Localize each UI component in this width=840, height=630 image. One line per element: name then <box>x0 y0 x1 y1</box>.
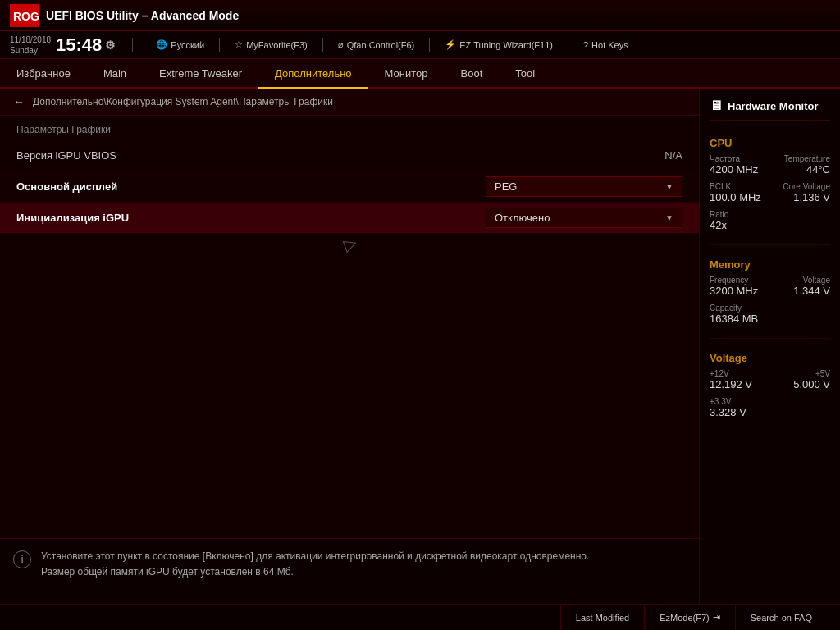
mem-capacity-label: Capacity <box>710 304 758 313</box>
volt-5v-value: 5.000 V <box>793 378 830 390</box>
volt-12v-label: +12V <box>710 369 752 378</box>
cpu-freq-value: 4200 MHz <box>710 163 758 176</box>
mem-freq-label: Frequency <box>710 276 758 285</box>
ez-mode-button[interactable]: EzMode(F7) ⇥ <box>644 605 735 631</box>
volt-12v-value: 12.192 V <box>710 378 752 390</box>
breadcrumb-path: Дополнительно\Конфигурация System Agent\… <box>33 96 333 107</box>
primary-display-dropdown[interactable]: PEG ▼ <box>486 176 682 197</box>
content-area: ← Дополнительно\Конфигурация System Agen… <box>0 89 699 604</box>
eztuning-tool[interactable]: ⚡ EZ Tuning Wizard(F11) <box>445 39 553 50</box>
settings-list: Параметры Графики Версия iGPU VBIOS N/A … <box>0 116 699 538</box>
timebar-date: 11/18/2018 Sunday <box>10 34 51 56</box>
cpu-bclk-label: BCLK <box>710 182 761 191</box>
nav-item-main[interactable]: Main <box>87 59 143 89</box>
cpu-ratio-label: Ratio <box>710 210 728 219</box>
cpu-corevolt-label: Core Voltage <box>783 182 830 191</box>
mem-voltage-value: 1.344 V <box>793 285 830 297</box>
myfavorite-tool[interactable]: ☆ MyFavorite(F3) <box>235 39 308 50</box>
igpu-vbios-value: N/A <box>584 149 682 162</box>
nav-item-favorites[interactable]: Избранное <box>0 59 87 89</box>
sidebar-title: 🖥 Hardware Monitor <box>710 98 830 121</box>
nav-item-boot[interactable]: Boot <box>445 59 500 89</box>
sidebar-cpu-bclk-voltage: BCLK 100.0 MHz Core Voltage 1.136 V <box>710 182 830 207</box>
igpu-vbios-label: Версия iGPU VBIOS <box>16 149 584 162</box>
sidebar-mem-capacity: Capacity 16384 MB <box>710 304 830 328</box>
header-title: UEFI BIOS Utility – Advanced Mode <box>46 9 239 22</box>
settings-row-igpu-vbios: Версия iGPU VBIOS N/A <box>0 140 699 171</box>
nav-item-monitor[interactable]: Монитор <box>368 59 445 89</box>
breadcrumb-back-button[interactable]: ← <box>13 95 25 108</box>
timebar-tools: 🌐 Русский ☆ MyFavorite(F3) ⌀ Qfan Contro… <box>156 38 628 52</box>
header-bar: ROG UEFI BIOS Utility – Advanced Mode <box>0 0 840 31</box>
settings-row-primary-display: Основной дисплей PEG ▼ <box>0 171 699 203</box>
mem-voltage-label: Voltage <box>793 276 830 285</box>
tuning-icon: ⚡ <box>445 39 456 50</box>
timebar-clock: 15:48 ⚙ <box>56 34 116 56</box>
cpu-freq-label: Частота <box>710 154 758 163</box>
rog-logo: ROG UEFI BIOS Utility – Advanced Mode <box>10 4 239 27</box>
qfan-tool[interactable]: ⌀ Qfan Control(F6) <box>338 39 415 50</box>
cursor-area: ▷ <box>0 234 699 253</box>
igpu-init-value: Отключено <box>495 212 550 224</box>
volt-5v-label: +5V <box>793 369 830 378</box>
timebar: 11/18/2018 Sunday 15:48 ⚙ 🌐 Русский ☆ My… <box>0 31 840 59</box>
cpu-temp-label: Temperature <box>784 154 830 163</box>
sidebar-cpu-freq-temp: Частота 4200 MHz Temperature 44°C <box>710 154 830 179</box>
primary-display-dropdown-arrow: ▼ <box>665 182 673 191</box>
sidebar-section-memory: Memory <box>710 258 830 271</box>
nav-item-additional[interactable]: Дополнительно <box>258 59 368 89</box>
sidebar-divider-2 <box>710 338 830 339</box>
footer: Last Modified EzMode(F7) ⇥ Search on FAQ <box>0 604 840 630</box>
sidebar-cpu-ratio: Ratio 42x <box>710 210 830 235</box>
sidebar-volt-12v-5v: +12V 12.192 V +5V 5.000 V <box>710 369 830 394</box>
nav-item-tool[interactable]: Tool <box>499 59 551 89</box>
timebar-divider <box>132 38 133 52</box>
sidebar-volt-33v: +3.3V 3.328 V <box>710 397 830 422</box>
igpu-init-dropdown[interactable]: Отключено ▼ <box>486 208 682 228</box>
svg-text:ROG: ROG <box>13 10 39 23</box>
settings-group-title: Параметры Графики <box>0 116 699 140</box>
sidebar: 🖥 Hardware Monitor CPU Частота 4200 MHz … <box>699 89 840 604</box>
main-layout: ← Дополнительно\Конфигурация System Agen… <box>0 89 840 604</box>
cpu-corevolt-value: 1.136 V <box>783 191 830 203</box>
igpu-init-label: Инициализация iGPU <box>16 212 486 224</box>
cursor-indicator: ▷ <box>340 232 358 255</box>
ez-mode-icon: ⇥ <box>713 612 720 623</box>
cpu-bclk-value: 100.0 MHz <box>710 191 761 203</box>
cpu-ratio-value: 42x <box>710 219 728 231</box>
info-icon: i <box>13 550 31 568</box>
volt-33v-label: +3.3V <box>710 397 746 406</box>
primary-display-label: Основной дисплей <box>16 180 486 193</box>
search-faq-button[interactable]: Search on FAQ <box>735 605 827 631</box>
sidebar-divider-1 <box>710 244 830 245</box>
mem-capacity-value: 16384 MB <box>710 313 758 325</box>
settings-row-igpu-init: Инициализация iGPU Отключено ▼ <box>0 203 699 234</box>
sidebar-mem-freq-voltage: Frequency 3200 MHz Voltage 1.344 V <box>710 276 830 300</box>
primary-display-value: PEG <box>495 180 517 193</box>
mem-freq-value: 3200 MHz <box>710 285 758 297</box>
sidebar-section-cpu: CPU <box>710 137 830 149</box>
last-modified-button[interactable]: Last Modified <box>560 605 644 631</box>
language-icon: 🌐 <box>156 39 167 50</box>
info-box: i Установите этот пункт в состояние [Вкл… <box>0 538 699 604</box>
sidebar-section-voltage: Voltage <box>710 352 830 364</box>
cpu-temp-value: 44°C <box>784 163 830 176</box>
fan-icon: ⌀ <box>338 39 344 50</box>
hotkeys-tool[interactable]: ? Hot Keys <box>583 40 628 50</box>
nav-item-extreme-tweaker[interactable]: Extreme Tweaker <box>143 59 258 89</box>
language-tool[interactable]: 🌐 Русский <box>156 39 204 50</box>
volt-33v-value: 3.328 V <box>710 406 746 418</box>
info-text: Установите этот пункт в состояние [Включ… <box>41 549 589 580</box>
monitor-icon: 🖥 <box>710 98 723 113</box>
hotkeys-icon: ? <box>583 40 588 50</box>
gear-icon[interactable]: ⚙ <box>105 39 116 52</box>
breadcrumb: ← Дополнительно\Конфигурация System Agen… <box>0 89 699 116</box>
igpu-init-dropdown-arrow: ▼ <box>665 213 673 222</box>
favorite-icon: ☆ <box>235 39 243 50</box>
nav-bar: Избранное Main Extreme Tweaker Дополните… <box>0 59 840 89</box>
